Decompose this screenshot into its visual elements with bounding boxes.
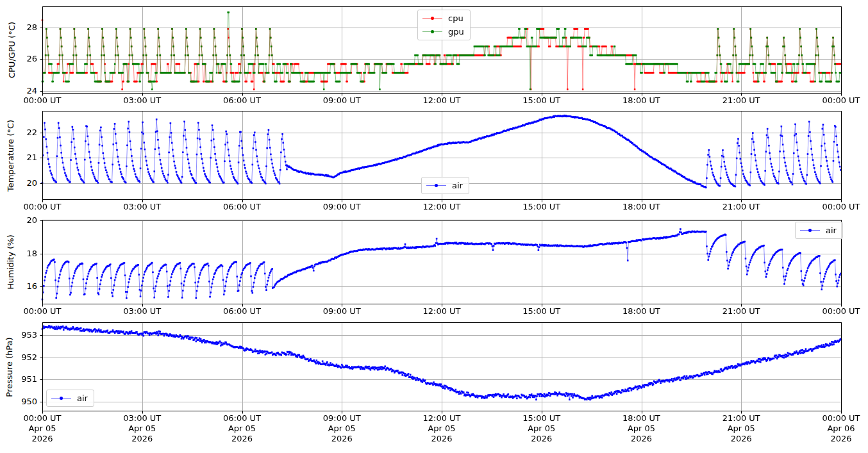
legend-entry-gpu: gpu [422, 25, 464, 38]
xtick-label-temperature: 09:00 UT [312, 202, 371, 212]
xtick-label-cpu-gpu: 06:00 UT [213, 95, 272, 106]
ytick-label-temperature: 22 [8, 128, 37, 138]
legend-label: air [77, 393, 88, 403]
xtick-year-pressure: 2026 [412, 434, 471, 444]
xtick-year-pressure: 2026 [812, 434, 868, 444]
pressure-plot-area [40, 320, 844, 414]
xtick-label-humidity: 18:00 UT [612, 306, 671, 317]
xtick-date-pressure: Apr 05 [13, 424, 72, 434]
xtick-label-pressure: 00:00 UT [812, 413, 868, 424]
xtick-year-pressure: 2026 [13, 434, 72, 444]
xtick-label-cpu-gpu: 15:00 UT [512, 95, 571, 106]
legend-cpu-gpu: cpugpu [417, 10, 471, 40]
xtick-label-cpu-gpu: 12:00 UT [412, 95, 471, 106]
xtick-label-temperature: 21:00 UT [712, 202, 771, 212]
xtick-date-pressure: Apr 05 [113, 424, 172, 434]
xtick-label-cpu-gpu: 00:00 UT [812, 95, 868, 106]
xtick-label-temperature: 12:00 UT [412, 202, 471, 212]
xtick-year-pressure: 2026 [712, 434, 771, 444]
xtick-label-cpu-gpu: 21:00 UT [712, 95, 771, 106]
xtick-year-pressure: 2026 [312, 434, 371, 444]
legend-line-marker-icon [51, 394, 71, 402]
ytick-label-cpu-gpu: 28 [8, 22, 37, 33]
xtick-label-cpu-gpu: 03:00 UT [113, 95, 172, 106]
legend-temperature: air [421, 177, 469, 194]
xtick-label-pressure: 06:00 UT [213, 413, 272, 424]
legend-label: air [452, 181, 463, 190]
xtick-label-pressure: 03:00 UT [113, 413, 172, 424]
legend-pressure: air [46, 390, 94, 407]
xtick-label-humidity: 06:00 UT [213, 306, 272, 317]
xtick-date-pressure: Apr 05 [612, 424, 671, 434]
humidity-plot-area [40, 217, 844, 307]
xtick-label-humidity: 03:00 UT [113, 306, 172, 317]
legend-line-marker-icon [422, 28, 442, 36]
xtick-label-humidity: 00:00 UT [812, 306, 868, 317]
xtick-label-pressure: 21:00 UT [712, 413, 771, 424]
y-axis-label-pressure: Pressure (hPa) [4, 337, 14, 397]
figure: CPU/GPU (°C) Temperature (°C) Humidity (… [0, 0, 868, 453]
xtick-date-pressure: Apr 05 [312, 424, 371, 434]
xtick-label-humidity: 12:00 UT [412, 306, 471, 317]
xtick-label-temperature: 00:00 UT [13, 202, 72, 212]
ytick-label-humidity: 16 [8, 281, 37, 292]
xtick-label-temperature: 15:00 UT [512, 202, 571, 212]
legend-entry-air: air [51, 391, 88, 405]
xtick-label-pressure: 15:00 UT [512, 413, 571, 424]
xtick-year-pressure: 2026 [113, 434, 172, 444]
xtick-date-pressure: Apr 05 [412, 424, 471, 434]
legend-label: cpu [448, 13, 463, 23]
ytick-label-pressure: 952 [8, 352, 37, 363]
xtick-label-cpu-gpu: 00:00 UT [13, 95, 72, 106]
xtick-date-pressure: Apr 05 [712, 424, 771, 434]
ytick-label-temperature: 20 [8, 178, 37, 188]
xtick-label-humidity: 09:00 UT [312, 306, 371, 317]
xtick-label-cpu-gpu: 09:00 UT [312, 95, 371, 106]
xtick-label-pressure: 18:00 UT [612, 413, 671, 424]
xtick-year-pressure: 2026 [612, 434, 671, 444]
xtick-date-pressure: Apr 05 [512, 424, 571, 434]
ytick-label-pressure: 953 [8, 330, 37, 340]
xtick-label-cpu-gpu: 18:00 UT [612, 95, 671, 106]
xtick-year-pressure: 2026 [512, 434, 571, 444]
ytick-label-pressure: 950 [8, 397, 37, 407]
ytick-label-humidity: 18 [8, 249, 37, 259]
legend-entry-air: air [800, 224, 837, 237]
ytick-label-pressure: 951 [8, 374, 37, 384]
xtick-label-temperature: 18:00 UT [612, 202, 671, 212]
xtick-label-humidity: 15:00 UT [512, 306, 571, 317]
xtick-date-pressure: Apr 06 [812, 424, 868, 434]
legend-label: air [826, 226, 837, 235]
xtick-label-temperature: 03:00 UT [113, 202, 172, 212]
xtick-label-pressure: 09:00 UT [312, 413, 371, 424]
xtick-label-humidity: 21:00 UT [712, 306, 771, 317]
ytick-label-cpu-gpu: 26 [8, 54, 37, 64]
legend-entry-air: air [426, 179, 463, 192]
ytick-label-humidity: 20 [8, 215, 37, 226]
ytick-label-cpu-gpu: 24 [8, 86, 37, 96]
xtick-label-humidity: 00:00 UT [13, 306, 72, 317]
legend-entry-cpu: cpu [422, 12, 464, 25]
xtick-label-temperature: 00:00 UT [812, 202, 868, 212]
legend-line-marker-icon [800, 226, 820, 235]
xtick-label-temperature: 06:00 UT [213, 202, 272, 212]
legend-humidity: air [795, 222, 843, 239]
xtick-label-pressure: 00:00 UT [13, 413, 72, 424]
legend-label: gpu [448, 27, 464, 37]
xtick-label-pressure: 12:00 UT [412, 413, 471, 424]
ytick-label-temperature: 21 [8, 152, 37, 163]
legend-line-marker-icon [422, 14, 442, 22]
xtick-year-pressure: 2026 [213, 434, 272, 444]
legend-line-marker-icon [426, 181, 446, 190]
xtick-date-pressure: Apr 05 [213, 424, 272, 434]
